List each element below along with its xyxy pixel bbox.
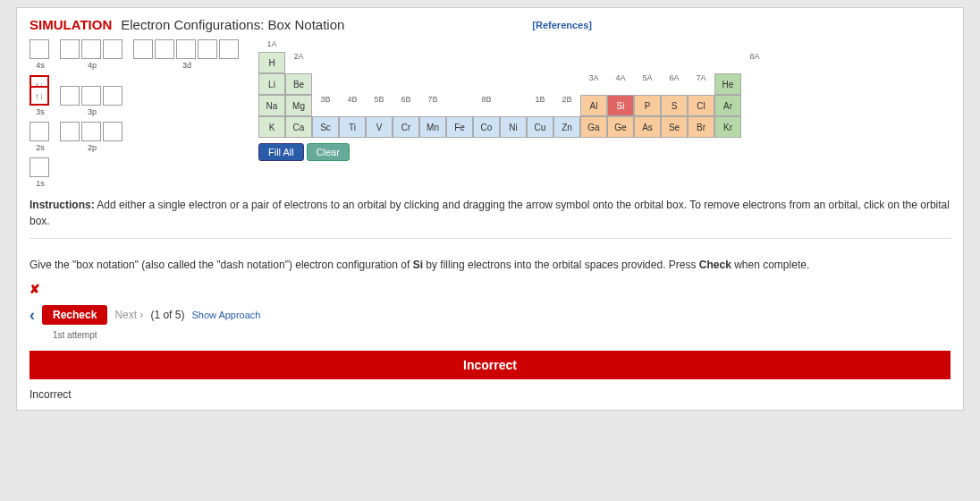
- simulation-tag: SIMULATION: [30, 17, 112, 32]
- orbital-box[interactable]: [30, 122, 49, 141]
- next-button: Next ›: [114, 309, 143, 321]
- element-V[interactable]: V: [366, 116, 393, 138]
- attempt-label: 1st attempt: [53, 330, 950, 340]
- fill-all-button[interactable]: Fill All: [258, 143, 304, 161]
- element-Na[interactable]: Na: [258, 95, 285, 116]
- element-Zn[interactable]: Zn: [553, 116, 580, 138]
- references-link[interactable]: [References]: [532, 20, 592, 30]
- orbital-box[interactable]: [60, 39, 80, 59]
- element-Ar[interactable]: Ar: [714, 95, 741, 116]
- orbital-box[interactable]: [155, 39, 174, 59]
- element-P[interactable]: P: [634, 95, 661, 116]
- element-He[interactable]: He: [714, 73, 741, 95]
- element-Mg[interactable]: Mg: [285, 95, 312, 116]
- element-Li[interactable]: Li: [258, 73, 285, 95]
- orbital-box[interactable]: [60, 122, 80, 141]
- element-Ga[interactable]: Ga: [580, 116, 607, 138]
- element-Al[interactable]: Al: [580, 95, 607, 116]
- element-Cu[interactable]: Cu: [527, 116, 553, 138]
- element-Ca[interactable]: Ca: [285, 116, 312, 138]
- element-Ti[interactable]: Ti: [339, 116, 366, 138]
- orbital-box[interactable]: [60, 86, 80, 106]
- orbital-box[interactable]: [30, 39, 49, 59]
- orbital-box[interactable]: [81, 122, 101, 141]
- clear-button[interactable]: Clear: [307, 143, 350, 161]
- page-title: Electron Configurations: Box Notation: [121, 17, 344, 32]
- instructions-label: Instructions:: [30, 199, 95, 211]
- element-Cr[interactable]: Cr: [393, 116, 419, 138]
- element-Be[interactable]: Be: [285, 73, 312, 95]
- element-Fe[interactable]: Fe: [446, 116, 473, 138]
- element-As[interactable]: As: [634, 116, 661, 138]
- element-Cl[interactable]: Cl: [688, 95, 714, 116]
- result-text: Incorrect: [30, 388, 950, 401]
- recheck-button[interactable]: Recheck: [42, 305, 107, 325]
- incorrect-banner: Incorrect: [30, 351, 950, 379]
- show-approach-link[interactable]: Show Approach: [191, 310, 260, 320]
- orbital-box[interactable]: [81, 86, 101, 106]
- instructions: Instructions: Add either a single electr…: [30, 197, 950, 229]
- orbital-diagram: 4s 4p 3d ↑↓3s ↑↓3s 3p 2s 2p 1s: [30, 39, 241, 188]
- orbital-box[interactable]: [219, 39, 239, 59]
- orbital-box[interactable]: [133, 39, 153, 59]
- orbital-box[interactable]: [198, 39, 217, 59]
- orbital-box[interactable]: [30, 157, 49, 177]
- element-Sc[interactable]: Sc: [312, 116, 339, 138]
- simulation-panel: SIMULATION Electron Configurations: Box …: [16, 7, 964, 411]
- question-section: Give the "box notation" (also called the…: [30, 238, 950, 401]
- orbital-box[interactable]: [81, 39, 101, 59]
- element-Se[interactable]: Se: [661, 116, 688, 138]
- element-Ni[interactable]: Ni: [500, 116, 527, 138]
- element-Co[interactable]: Co: [473, 116, 500, 138]
- element-H[interactable]: H: [258, 52, 285, 73]
- prev-icon[interactable]: ‹: [30, 306, 35, 325]
- element-Kr[interactable]: Kr: [714, 116, 741, 138]
- element-Br[interactable]: Br: [688, 116, 714, 138]
- orbital-box[interactable]: [103, 86, 122, 106]
- element-S[interactable]: S: [661, 95, 688, 116]
- orbital-box[interactable]: [103, 39, 122, 59]
- orbital-box[interactable]: [176, 39, 196, 59]
- header: SIMULATION Electron Configurations: Box …: [30, 17, 950, 32]
- element-Mn[interactable]: Mn: [419, 116, 446, 138]
- orbital-box-selected[interactable]: ↑↓: [30, 86, 49, 106]
- element-Si-selected[interactable]: Si: [607, 95, 634, 116]
- nav-bar: ‹ Recheck Next › (1 of 5) Show Approach: [30, 305, 950, 325]
- element-Ge[interactable]: Ge: [607, 116, 634, 138]
- periodic-table: 1A H 2A 8A Li Be 3A4A5A6A7A He Na Mg 3B4…: [258, 39, 768, 188]
- progress-text: (1 of 5): [150, 309, 184, 321]
- orbital-box[interactable]: [103, 122, 122, 141]
- element-K[interactable]: K: [258, 116, 285, 138]
- wrong-mark-icon: ✘: [30, 282, 950, 296]
